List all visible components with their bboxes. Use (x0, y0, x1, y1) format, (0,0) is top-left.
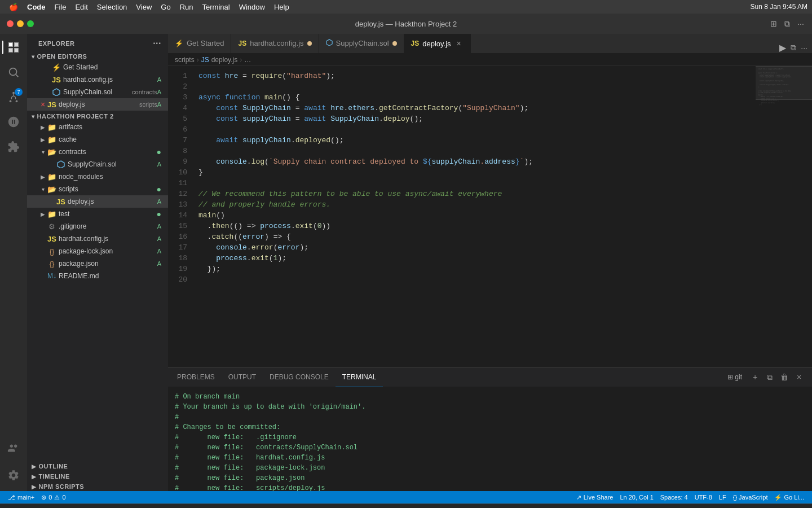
cursor-position-status[interactable]: Ln 20, Col 1 (616, 491, 656, 503)
run-debug-icon[interactable] (2, 111, 25, 133)
svg-point-4 (10, 68, 17, 76)
tree-cache[interactable]: ▶ 📁 cache (27, 133, 168, 146)
menu-edit[interactable]: Edit (70, 0, 92, 14)
open-editor-get-started[interactable]: ⚡ Get Started (27, 61, 168, 73)
tab-problems[interactable]: PROBLEMS (170, 367, 222, 387)
status-bar-right: ↗ Live Share Ln 20, Col 1 Spaces: 4 UTF-… (573, 491, 807, 503)
git-branch-icon: ⎇ (8, 494, 15, 501)
run-button[interactable]: ▶ (779, 42, 786, 53)
warnings-icon: ⚠ (54, 494, 60, 501)
menu-selection[interactable]: Selection (92, 0, 131, 14)
tree-package-lock[interactable]: {} package-lock.json A (27, 245, 168, 257)
more-icon[interactable]: ··· (796, 19, 805, 28)
close-deploy-tab-button[interactable]: × (454, 39, 464, 48)
remote-icon[interactable] (2, 437, 25, 459)
tab-get-started[interactable]: ⚡ Get Started (168, 34, 231, 53)
menu-file[interactable]: File (50, 0, 71, 14)
open-editor-hardhat-config[interactable]: JS hardhat.config.js A (27, 73, 168, 86)
panel-git-label: ⊞ git (727, 373, 747, 381)
hardhat-config-badge: A (157, 76, 168, 83)
settings-icon[interactable] (2, 464, 25, 487)
breadcrumb-scripts[interactable]: scripts (175, 56, 195, 64)
tree-hardhat-config[interactable]: JS hardhat.config.js A (27, 233, 168, 245)
panel-add-button[interactable]: + (749, 371, 761, 383)
node-modules-name: node_modules (59, 173, 168, 181)
menu-go[interactable]: Go (156, 0, 175, 14)
package-lock-badge: A (157, 248, 168, 255)
golive-status[interactable]: ⚡ Go Li... (771, 491, 807, 503)
extensions-icon[interactable] (2, 135, 25, 158)
code-content[interactable]: const hre = require("hardhat");async fun… (192, 66, 756, 367)
test-folder-icon: 📁 (47, 209, 56, 218)
search-activity-icon[interactable] (2, 61, 25, 84)
menu-code[interactable]: Code (23, 0, 50, 14)
tab-output[interactable]: OUTPUT (222, 367, 263, 387)
editor-more-button[interactable]: ··· (801, 43, 807, 52)
timeline-section[interactable]: ▶ TIMELINE (27, 471, 168, 481)
deploy-js-badge: A (157, 101, 168, 108)
tree-readme[interactable]: M↓ README.md (27, 270, 168, 282)
tree-deploy-js[interactable]: JS deploy.js A (27, 195, 168, 208)
supplychain-sol-name: SupplyChain.sol (63, 88, 130, 96)
tree-node-modules[interactable]: ▶ 📁 node_modules (27, 170, 168, 183)
layout-icon[interactable]: ⊞ (769, 19, 778, 28)
tab-deploy-js[interactable]: JS deploy.js × (404, 34, 471, 53)
source-control-icon[interactable]: 7 (2, 86, 25, 108)
gitignore-badge: A (157, 223, 168, 230)
split-editor-button[interactable]: ⧉ (791, 43, 796, 52)
explorer-icon[interactable] (2, 36, 25, 59)
menu-help[interactable]: Help (270, 0, 294, 14)
eol-status[interactable]: LF (716, 491, 730, 503)
breadcrumb-ellipsis[interactable]: … (244, 56, 251, 64)
menu-run[interactable]: Run (175, 0, 198, 14)
svg-marker-9 (53, 89, 60, 96)
terminal-content[interactable]: # On branch main # Your branch is up to … (168, 387, 812, 491)
tab-terminal[interactable]: TERMINAL (336, 367, 383, 387)
tab-supplychain-sol[interactable]: SupplyChain.sol (319, 34, 404, 53)
open-editors-chevron: ▾ (32, 54, 35, 60)
git-branch-status[interactable]: ⎇ main+ (5, 491, 38, 503)
supplychain-sol-tree-name: SupplyChain.sol (68, 160, 157, 168)
panel-close-button[interactable]: × (793, 371, 805, 383)
close-deploy-js-icon[interactable]: × (38, 100, 47, 109)
cache-chevron: ▶ (38, 137, 47, 143)
menu-view[interactable]: View (131, 0, 156, 14)
menu-window[interactable]: Window (235, 0, 270, 14)
tree-gitignore[interactable]: ⚙ .gitignore A (27, 220, 168, 233)
tree-package-json[interactable]: {} package.json A (27, 257, 168, 270)
spaces-status[interactable]: Spaces: 4 (657, 491, 691, 503)
split-icon[interactable]: ⧉ (783, 19, 792, 28)
minimize-window-button[interactable] (17, 20, 24, 27)
open-editors-section[interactable]: ▾ Open Editors (27, 51, 168, 61)
tree-artifacts[interactable]: ▶ 📁 artifacts (27, 121, 168, 133)
artifacts-name: artifacts (59, 123, 168, 131)
open-editor-supplychain-sol[interactable]: SupplyChain.sol contracts A (27, 86, 168, 98)
errors-warnings-status[interactable]: ⊗ 0 ⚠ 0 (38, 491, 69, 503)
package-lock-name: package-lock.json (59, 247, 157, 255)
panel-trash-button[interactable]: 🗑 (778, 371, 791, 383)
dock: 🗺 🌸 8 📋 ▶ ♫ 🎙 123 📄 A 1 ⎇ (0, 503, 812, 508)
tab-hardhat-config[interactable]: JS hardhat.config.js (231, 34, 319, 53)
tab-debug-console[interactable]: DEBUG CONSOLE (263, 367, 336, 387)
outline-section[interactable]: ▶ OUTLINE (27, 461, 168, 471)
open-editor-deploy-js[interactable]: × JS deploy.js scripts A (27, 98, 168, 111)
project-section[interactable]: ▾ Hackthon Project 2 (27, 111, 168, 121)
breadcrumb-deploy-js[interactable]: deploy.js (211, 56, 237, 64)
sidebar-more-icon[interactable]: ··· (153, 38, 161, 49)
deploy-js-tree-name: deploy.js (68, 198, 157, 205)
tree-scripts[interactable]: ▾ 📂 scripts ● (27, 183, 168, 195)
close-window-button[interactable] (7, 20, 14, 27)
apple-menu[interactable]: 🍎 (5, 0, 23, 14)
package-json-name: package.json (59, 260, 157, 268)
npm-scripts-section[interactable]: ▶ NPM SCRIPTS (27, 481, 168, 491)
title-bar: deploy.js — Hackthon Project 2 ⊞ ⧉ ··· (0, 14, 812, 34)
tree-supplychain-sol[interactable]: SupplyChain.sol A (27, 158, 168, 170)
menu-terminal[interactable]: Terminal (198, 0, 235, 14)
panel-split-button[interactable]: ⧉ (764, 371, 776, 383)
language-status[interactable]: {} JavaScript (730, 491, 771, 503)
maximize-window-button[interactable] (27, 20, 34, 27)
tree-test[interactable]: ▶ 📁 test ● (27, 208, 168, 220)
liveshare-status[interactable]: ↗ Live Share (573, 491, 617, 503)
encoding-status[interactable]: UTF-8 (691, 491, 716, 503)
tree-contracts[interactable]: ▾ 📂 contracts ● (27, 146, 168, 158)
